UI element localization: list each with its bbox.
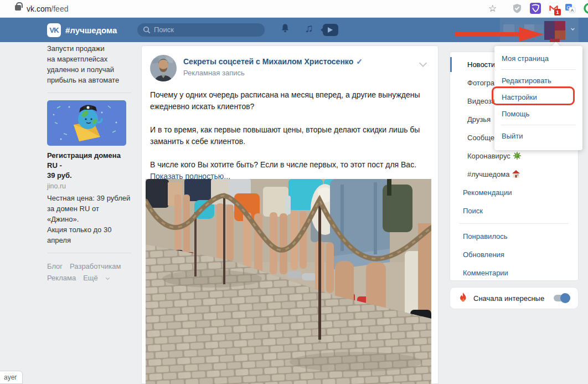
post-photo[interactable]	[146, 179, 431, 384]
ad-image[interactable]	[47, 100, 126, 146]
ad-description: Честная цена: 39 рублей за домен RU от «…	[47, 193, 131, 245]
nav-item-recommendations[interactable]: Рекомендации	[450, 183, 578, 202]
search-placeholder: Поиск	[154, 25, 174, 34]
interesting-first-toggle[interactable]	[554, 295, 569, 301]
blurred-avatar	[544, 20, 565, 41]
chevron-down-icon	[571, 27, 575, 30]
ads-link[interactable]: Реклама	[47, 274, 76, 282]
green-extension-icon[interactable]	[581, 2, 588, 15]
vk-logo[interactable]: VK	[47, 23, 61, 37]
fire-icon	[459, 293, 467, 304]
feed-post: Секреты соцсетей с Михаилом Христосенко✓…	[141, 45, 439, 384]
verified-badge-icon: ✓	[356, 57, 363, 66]
browser-address-bar[interactable]: vk.com/feed ☆ 1 GA	[0, 0, 588, 18]
adguard-extension-icon[interactable]	[530, 3, 541, 14]
video-icon[interactable]	[320, 23, 339, 39]
blog-link[interactable]: Блог	[47, 262, 63, 270]
divider	[47, 93, 131, 93]
menu-item-logout[interactable]: Выйти	[494, 128, 582, 145]
nav-item-search[interactable]: Поиск	[450, 202, 578, 220]
nav-item-comments[interactable]: Комментарии	[450, 264, 578, 282]
url-path: /feed	[51, 4, 68, 13]
ssl-lock-icon[interactable]	[15, 5, 21, 11]
divider	[501, 125, 576, 125]
divider	[501, 69, 576, 70]
nav-item-liked[interactable]: Понравилось	[450, 227, 578, 245]
search-icon	[143, 26, 151, 34]
chevron-down-icon	[106, 276, 110, 280]
ad-title[interactable]: Регистрация домена RU - 39 руб.	[47, 151, 131, 181]
interesting-first-label: Сначала интересные	[473, 294, 554, 303]
annotation-arrow	[455, 32, 520, 37]
post-hide-chevron-icon[interactable]	[419, 59, 427, 67]
menu-item-my-page[interactable]: Моя страница	[494, 53, 582, 67]
post-paragraph: И в то время, как первые повышают цены, …	[150, 124, 428, 147]
url-text[interactable]: vk.com/feed	[27, 4, 68, 13]
notifications-bell-icon[interactable]	[280, 23, 290, 35]
vk-top-navbar: VK #лучшедома Поиск ♫	[0, 18, 588, 42]
toggle-knob	[560, 293, 570, 303]
translate-extension-icon[interactable]: GA	[565, 3, 576, 14]
post-text: Почему у одних очередь расписана на меся…	[150, 89, 428, 182]
browser-status-bubble: ayer	[0, 371, 23, 384]
vk-feed-screenshot: vk.com/feed ☆ 1 GA VK #лучшедома Поиск ♫	[0, 0, 588, 384]
more-link[interactable]: Ещё	[83, 274, 116, 282]
svg-text:A: A	[571, 8, 574, 13]
post-author-avatar[interactable]	[150, 55, 177, 81]
gmail-extension-icon[interactable]: 1	[548, 3, 559, 14]
shield-extension-icon[interactable]	[512, 3, 523, 14]
hashtag-campaign-link[interactable]: #лучшедома	[65, 25, 117, 35]
nav-item-luchshedoma[interactable]: #лучшедома	[450, 165, 578, 183]
interesting-first-card: Сначала интересные	[450, 287, 579, 309]
post-paragraph: Почему у одних очередь расписана на меся…	[150, 89, 428, 112]
search-input[interactable]: Поиск	[137, 23, 265, 37]
post-ad-label: Рекламная запись	[183, 69, 245, 77]
annotation-arrow-head	[519, 27, 544, 42]
sidebar-ad-text[interactable]: Запусти продажи на маркетплейсах удаленн…	[47, 43, 131, 85]
house-icon	[512, 166, 520, 185]
divider	[460, 223, 569, 224]
left-sidebar: Запусти продажи на маркетплейсах удаленн…	[47, 43, 131, 284]
bookmark-star-icon[interactable]: ☆	[488, 3, 497, 14]
url-host: vk.com	[27, 4, 51, 13]
developers-link[interactable]: Разработчикам	[70, 262, 121, 270]
ad-domain[interactable]: jino.ru	[47, 182, 131, 190]
annotation-highlight-box	[492, 86, 575, 105]
music-icon[interactable]: ♫	[305, 22, 313, 35]
divider	[47, 253, 131, 253]
post-author-name[interactable]: Секреты соцсетей с Михаилом Христосенко✓	[183, 57, 363, 66]
nav-item-updates[interactable]: Обновления	[450, 245, 578, 264]
active-accent-bar	[450, 57, 452, 72]
menu-item-help[interactable]: Помощь	[494, 106, 582, 122]
virus-icon	[513, 148, 521, 166]
sidebar-footer-links: БлогРазработчикам РекламаЕщё	[47, 260, 131, 284]
gmail-unread-badge: 1	[554, 9, 561, 16]
